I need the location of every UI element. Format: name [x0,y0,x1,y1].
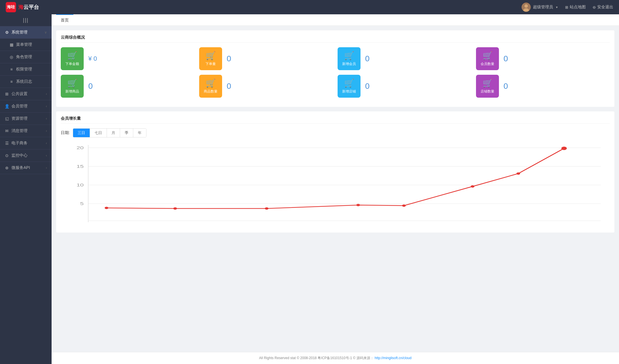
message-arrow: ‹ [46,129,47,133]
svg-point-13 [105,207,108,209]
stat-order-count: 🛒 下单量 0 [199,47,333,70]
monitor-arrow: ‹ [46,154,47,158]
cart-icon-8: 🛒 [483,78,493,88]
filter-btn-month[interactable]: 月 [107,129,120,137]
sidebar-item-ecommerce[interactable]: ☰ 电子商务 ‹ [0,137,52,149]
order-amount-value: ¥ 0 [88,55,97,62]
public-icon: ⊞ [5,92,9,96]
sitemap-icon: ⊞ [565,5,568,9]
new-member-icon-box: 🛒 新增会员 [338,47,361,70]
stats-row-2: 🛒 新增商品 0 🛒 商品数量 0 🛒 [61,75,610,98]
microapi-icon: ⊛ [5,166,9,170]
footer-text: All Rights Reserved stat © 2008-2018 粤IC… [259,356,374,360]
top-header: 海哇 海云平台 超级管理员 ▼ ⊞ 站点地图 ⊖ 安全退出 [0,0,619,14]
filter-btn-3day[interactable]: 三日 [73,129,90,137]
main-layout: ||| ⚙ 系统管理 ∨ ▦ 菜单管理 ◎ 角色管理 ≡ 权限管理 [0,14,619,364]
breadcrumb-bar: 首页 [52,14,619,26]
overview-title: 云商综合概况 [61,35,610,43]
system-icon: ⚙ [5,30,9,35]
sidebar-item-microapi[interactable]: ⊛ 微服务API ‹ [0,162,52,174]
cart-icon-4: 🛒 [483,51,493,60]
sidebar-label-member: 会员管理 [11,104,28,109]
new-member-value: 0 [365,54,370,63]
sidebar-label-menu: 菜单管理 [16,42,32,47]
logo-area: 海哇 海云平台 [6,2,39,12]
member-count-value: 0 [504,54,508,63]
svg-point-1 [524,4,528,8]
sidebar-item-monitor[interactable]: ⊙ 监控中心 ‹ [0,149,52,162]
sidebar-item-resource[interactable]: ◱ 资源管理 ‹ [0,113,52,125]
svg-point-17 [402,204,406,207]
svg-text:10: 10 [77,183,84,187]
sitemap-nav[interactable]: ⊞ 站点地图 [565,5,586,10]
ecommerce-arrow: ‹ [46,141,47,145]
stats-row-1: 🛒 下单金额 ¥ 0 🛒 下单量 0 🛒 [61,47,610,70]
sidebar-item-syslog[interactable]: ≡ 系统日志 [0,76,52,88]
stat-order-amount: 🛒 下单金额 ¥ 0 [61,47,195,70]
monitor-icon: ⊙ [5,153,9,158]
resource-icon: ◱ [5,116,9,121]
home-tab[interactable]: 首页 [56,14,73,25]
public-arrow: ‹ [46,92,47,96]
sidebar-item-system[interactable]: ⚙ 系统管理 ∨ [0,26,52,39]
member-count-icon-box: 🛒 会员数量 [476,47,499,70]
sidebar-item-member[interactable]: 👤 会员管理 ‹ [0,100,52,113]
cart-icon-5: 🛒 [67,78,77,88]
logo-text: 海云平台 [18,4,39,11]
member-icon: 👤 [5,104,9,109]
filter-btn-year[interactable]: 年 [133,129,146,137]
sidebar-label-resource: 资源管理 [11,116,28,121]
filter-btn-7day[interactable]: 七日 [90,129,107,137]
new-store-icon-box: 🛒 新增店铺 [338,75,361,98]
sidebar-item-menu[interactable]: ▦ 菜单管理 [0,39,52,51]
menu-icon: ▦ [9,42,14,47]
sidebar-label-system: 系统管理 [11,30,28,35]
order-amount-icon-box: 🛒 下单金额 [61,47,84,70]
svg-point-20 [561,147,567,150]
page-footer: All Rights Reserved stat © 2008-2018 粤IC… [52,352,619,364]
date-label: 日期: [61,130,70,135]
svg-point-16 [356,204,360,206]
message-icon: ✉ [5,129,9,133]
logout-icon: ⊖ [593,5,596,9]
chart-container: 20 15 10 5 [61,142,610,228]
sidebar-item-message[interactable]: ✉ 消息管理 ‹ [0,125,52,137]
product-count-icon-box: 🛒 商品数量 [199,75,222,98]
product-count-value: 0 [227,82,231,91]
stat-new-store: 🛒 新增店铺 0 [338,75,471,98]
svg-point-15 [265,207,269,210]
sidebar-item-public[interactable]: ⊞ 公共设置 ‹ [0,88,52,100]
store-count-icon-box: 🛒 店铺数量 [476,75,499,98]
page-content: 云商综合概况 🛒 下单金额 ¥ 0 🛒 下单量 [52,26,619,352]
cart-icon-1: 🛒 [67,51,77,60]
role-icon: ◎ [9,55,14,59]
logout-nav[interactable]: ⊖ 安全退出 [593,5,613,10]
sidebar-item-role[interactable]: ◎ 角色管理 [0,51,52,63]
store-count-value: 0 [504,82,508,91]
sidebar-label-ecommerce: 电子商务 [11,141,28,146]
stat-new-member: 🛒 新增会员 0 [338,47,471,70]
sidebar-label-syslog: 系统日志 [16,79,32,84]
svg-text:20: 20 [77,145,84,150]
stat-store-count: 🛒 店铺数量 0 [476,75,610,98]
growth-chart: 20 15 10 5 [61,142,610,228]
permission-icon: ≡ [9,67,14,72]
sidebar-toggle[interactable]: ||| [0,14,52,26]
stat-product-count: 🛒 商品数量 0 [199,75,333,98]
footer-link[interactable]: http://minglisoft.cn/cloud [375,356,412,360]
user-info[interactable]: 超级管理员 ▼ [522,3,558,12]
member-growth-section: 会员增长量 日期: 三日 七日 月 季 年 [56,111,614,233]
cart-icon-3: 🛒 [344,51,354,60]
user-name: 超级管理员 [533,5,553,10]
filter-buttons: 三日 七日 月 季 年 [73,128,146,137]
order-count-icon-box: 🛒 下单量 [199,47,222,70]
sidebar-item-permission[interactable]: ≡ 权限管理 [0,63,52,76]
logo-icon: 海哇 [6,2,16,12]
user-dropdown-icon[interactable]: ▼ [555,6,558,9]
sidebar-label-microapi: 微服务API [11,165,30,170]
svg-point-18 [471,185,475,188]
sidebar-label-message: 消息管理 [11,128,28,133]
member-growth-title: 会员增长量 [61,116,610,124]
svg-point-14 [173,207,177,210]
filter-btn-quarter[interactable]: 季 [120,129,133,137]
